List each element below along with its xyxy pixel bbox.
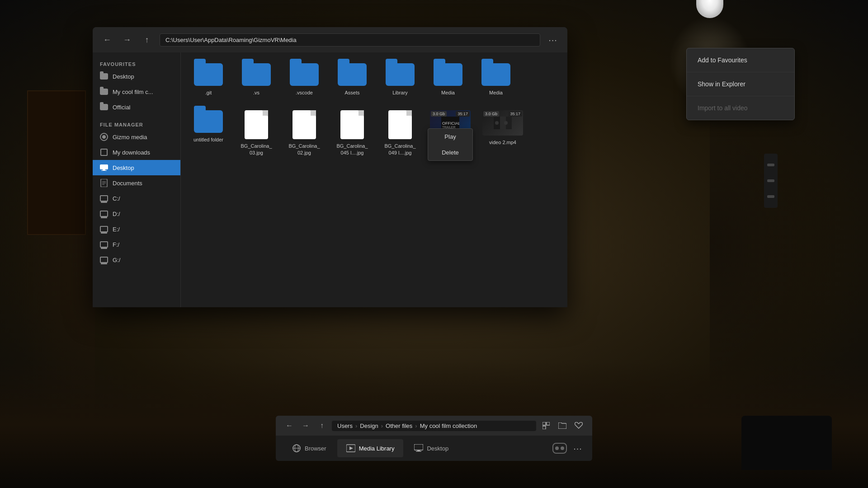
media-library-label: Media Library <box>359 445 395 452</box>
file-label: video 2.mp4 <box>489 139 516 145</box>
desktop-button[interactable]: Desktop <box>405 439 458 457</box>
file-icon-large <box>388 110 412 139</box>
folder-untitled[interactable]: untitled folder <box>188 107 229 160</box>
file-label: BG_Carolina_02.jpg <box>288 143 321 156</box>
context-menu-play[interactable]: Play <box>428 129 472 145</box>
svg-point-14 <box>495 121 499 125</box>
sidebar-item-f-drive[interactable]: F:/ <box>93 237 180 252</box>
sidebar-item-gizmo-media[interactable]: Gizmo media <box>93 129 180 145</box>
app-bar-right: ··· <box>552 441 585 455</box>
video-item-2[interactable]: 3.0 Gb 35:17 video 2.mp4 <box>480 107 525 160</box>
folder-icon-large <box>481 63 510 86</box>
breadcrumb-folder-button[interactable] <box>556 419 569 432</box>
file-label: BG_Carolina_045 l....jpg <box>335 143 369 156</box>
file-label: BG_Carolina_03.jpg <box>240 143 273 156</box>
file-manager-window: ← → ↑ C:\Users\User\AppData\Roaming\Gizm… <box>93 27 567 307</box>
sidebar-item-my-cool-film[interactable]: My cool film c... <box>93 84 180 99</box>
sidebar-item-documents[interactable]: Documents <box>93 175 180 191</box>
forward-button[interactable]: → <box>120 33 134 47</box>
folder-assets[interactable]: Assets <box>332 60 373 99</box>
breadcrumb-expand-button[interactable] <box>540 419 552 432</box>
folder-vscode[interactable]: .vscode <box>284 60 325 99</box>
svg-rect-17 <box>547 422 550 425</box>
appbar-more-button[interactable]: ··· <box>571 441 585 455</box>
svg-point-15 <box>504 121 508 125</box>
breadcrumb-up-button[interactable]: ↑ <box>316 419 328 432</box>
breadcrumb-heart-button[interactable] <box>572 419 585 432</box>
sidebar-item-desktop-fm[interactable]: Desktop <box>93 160 180 175</box>
file-bg02[interactable]: BG_Carolina_02.jpg <box>284 107 325 160</box>
file-label: Library <box>392 89 408 96</box>
breadcrumb-forward-button[interactable]: → <box>299 419 312 432</box>
svg-rect-26 <box>416 451 421 452</box>
media-library-button[interactable]: Media Library <box>337 439 404 457</box>
sidebar-item-label: Desktop <box>113 164 134 171</box>
drive-icon-shape <box>100 226 108 232</box>
drive-icon <box>100 256 108 264</box>
panel-button <box>767 164 774 166</box>
room-sofa <box>741 416 832 470</box>
desktop-label: Desktop <box>427 445 448 452</box>
downloads-icon <box>100 148 108 156</box>
sidebar-item-my-downloads[interactable]: My downloads <box>93 145 180 160</box>
breadcrumb-other-files[interactable]: Other files <box>386 422 412 429</box>
folder-git[interactable]: .git <box>188 60 229 99</box>
file-area: .git .vs .vscode Assets Library <box>181 52 567 307</box>
context-menu-delete[interactable]: Delete <box>428 145 472 160</box>
gizmo-icon-shape <box>100 133 108 141</box>
sidebar-item-c-drive[interactable]: C:/ <box>93 191 180 206</box>
desktop-icon <box>100 164 108 172</box>
drive-icon <box>100 194 108 202</box>
sidebar-item-e-drive[interactable]: E:/ <box>93 221 180 237</box>
breadcrumb-separator: › <box>415 422 417 429</box>
vr-headset-icon <box>552 443 567 454</box>
more-button[interactable]: ··· <box>546 33 560 47</box>
file-icon-large <box>245 110 268 139</box>
address-bar[interactable]: C:\Users\User\AppData\Roaming\GizmoVR\Me… <box>160 33 540 47</box>
drive-icon-shape <box>100 241 108 248</box>
drive-icon-shape <box>100 195 108 202</box>
sidebar-item-official[interactable]: Official <box>93 99 180 115</box>
download-icon-shape <box>100 149 108 156</box>
back-button[interactable]: ← <box>100 33 114 47</box>
title-bar: ← → ↑ C:\Users\User\AppData\Roaming\Gizm… <box>93 27 567 52</box>
browser-button[interactable]: Browser <box>283 439 335 457</box>
breadcrumb-my-cool-film[interactable]: My cool film collection <box>420 422 477 429</box>
sidebar-item-label: My cool film c... <box>113 89 153 95</box>
file-label: untitled folder <box>193 136 223 143</box>
video-item-1[interactable]: OFFICIAL TRAILER 3.0 Gb 35:17 BG_Carolin… <box>428 107 473 160</box>
sidebar-item-label: Official <box>113 104 131 111</box>
folder-icon <box>100 88 108 96</box>
sidebar-item-desktop[interactable]: Desktop <box>93 69 180 84</box>
breadcrumb-back-button[interactable]: ← <box>283 419 296 432</box>
folder-media2[interactable]: Media <box>476 60 516 99</box>
sidebar-item-d-drive[interactable]: D:/ <box>93 206 180 221</box>
dropdown-import-all-video: Import to all video <box>687 96 794 120</box>
svg-rect-0 <box>100 164 108 169</box>
breadcrumb-design[interactable]: Design <box>360 422 378 429</box>
up-button[interactable]: ↑ <box>140 33 154 47</box>
video-thumbnail-2: 3.0 Gb 35:17 <box>482 110 523 136</box>
file-label: Assets <box>344 89 359 96</box>
file-bg045[interactable]: BG_Carolina_045 l....jpg <box>332 107 373 160</box>
dropdown-show-explorer[interactable]: Show in Explorer <box>687 72 794 96</box>
folder-library[interactable]: Library <box>380 60 420 99</box>
dropdown-add-favourites[interactable]: Add to Favourites <box>687 48 794 72</box>
video-size-badge: 3.0 Gb <box>431 111 447 117</box>
sidebar-item-g-drive[interactable]: G:/ <box>93 252 180 267</box>
folder-media1[interactable]: Media <box>428 60 468 99</box>
file-bg03[interactable]: BG_Carolina_03.jpg <box>236 107 277 160</box>
folder-icon-large <box>338 63 367 86</box>
folder-icon-large <box>386 63 415 86</box>
drive-icon <box>100 210 108 218</box>
folder-icon-large <box>434 63 462 86</box>
video-size-badge-2: 3.0 Gb <box>483 111 499 117</box>
folder-vs[interactable]: .vs <box>236 60 277 99</box>
breadcrumb-users[interactable]: Users <box>337 422 353 429</box>
breadcrumb-path[interactable]: Users › Design › Other files › My cool f… <box>332 421 536 431</box>
drive-icon <box>100 240 108 249</box>
file-bg049[interactable]: BG_Carolina_049 l....jpg <box>380 107 420 160</box>
svg-rect-25 <box>417 450 420 451</box>
sidebar-item-label: E:/ <box>113 226 120 233</box>
app-btn-group: Browser Media Library <box>283 439 458 457</box>
